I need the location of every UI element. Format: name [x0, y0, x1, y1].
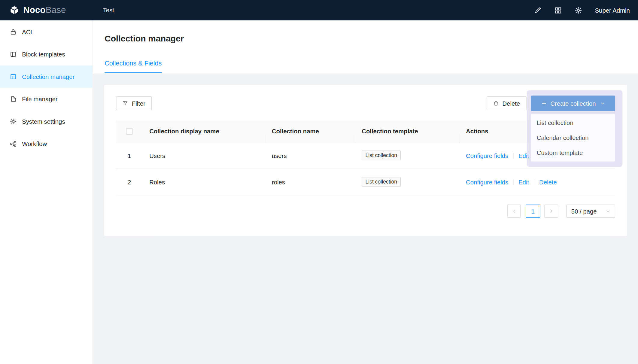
sidebar-item-label: File manager: [22, 96, 58, 102]
collection-name-cell: users: [265, 152, 355, 159]
filter-button-label: Filter: [132, 100, 145, 107]
template-cell: List collection: [355, 150, 460, 160]
topbar: NocoBase Test Super Admin: [0, 0, 638, 20]
page-size-select[interactable]: 50 / page: [567, 205, 615, 217]
filter-icon: [123, 101, 128, 106]
top-menu: Test: [93, 0, 121, 20]
sidebar-item-workflow[interactable]: Workflow: [0, 133, 92, 155]
layout-icon: [10, 51, 17, 58]
lock-icon: [10, 29, 17, 35]
table-row: 2 Roles roles List collection Configure …: [116, 169, 615, 195]
chevron-left-icon: [512, 209, 516, 214]
user-menu[interactable]: Super Admin: [595, 7, 630, 14]
collection-name-cell: roles: [265, 178, 355, 185]
create-collection-menu: List collection Calendar collection Cust…: [531, 114, 615, 161]
filter-button[interactable]: Filter: [116, 96, 152, 110]
chevron-right-icon: [549, 209, 554, 214]
table-icon: [10, 73, 17, 80]
brand[interactable]: NocoBase: [0, 5, 93, 15]
sidebar-item-file-manager[interactable]: File manager: [0, 88, 92, 111]
template-tag: List collection: [362, 177, 401, 187]
col-header-display-name: Collection display name: [143, 128, 265, 135]
topbar-right: Super Admin: [534, 6, 638, 14]
row-index: 2: [116, 178, 143, 185]
template-tag: List collection: [362, 150, 401, 160]
display-name-cell: Users: [143, 152, 265, 159]
brand-base: Base: [46, 5, 66, 15]
workflow-icon: [10, 140, 17, 147]
configure-fields-link[interactable]: Configure fields: [466, 178, 508, 185]
sidebar-item-system-settings[interactable]: System settings: [0, 110, 92, 133]
sidebar-item-label: ACL: [22, 29, 34, 35]
template-cell: List collection: [355, 177, 460, 187]
gear-icon: [10, 118, 17, 125]
chevron-down-icon: [600, 101, 605, 106]
select-all-checkbox[interactable]: [126, 128, 133, 135]
delete-button[interactable]: Delete: [487, 96, 527, 110]
delete-link[interactable]: Delete: [539, 178, 557, 185]
select-all-cell: [116, 128, 143, 135]
menu-item-custom-template[interactable]: Custom template: [531, 145, 615, 160]
create-collection-label: Create collection: [550, 100, 596, 107]
sidebar-item-label: System settings: [22, 118, 65, 125]
pagination-prev-button[interactable]: [507, 205, 521, 217]
row-index: 1: [116, 152, 143, 159]
sidebar-item-label: Block templates: [22, 51, 65, 58]
action-divider: [534, 179, 534, 185]
configure-fields-link[interactable]: Configure fields: [466, 152, 508, 159]
trash-icon: [493, 101, 499, 106]
brand-noco: Noco: [23, 5, 46, 15]
file-icon: [10, 96, 17, 102]
pagination-page-1[interactable]: 1: [526, 205, 540, 217]
topmenu-item-test[interactable]: Test: [96, 0, 121, 20]
tabs-bar: Collections & Fields: [105, 60, 638, 73]
plus-icon: [541, 101, 547, 106]
settings-gear-icon[interactable]: [575, 6, 582, 14]
sidebar-item-collection-manager[interactable]: Collection manager: [0, 65, 92, 88]
col-header-collection-name: Collection name: [265, 128, 355, 135]
menu-item-calendar-collection[interactable]: Calendar collection: [531, 130, 615, 145]
pagination-next-button[interactable]: [544, 205, 558, 217]
nocobase-logo-icon: [9, 5, 20, 15]
collections-card: Filter Delete Collection display name Co…: [104, 85, 627, 236]
sidebar: ACL Block templates Collection manager F…: [0, 20, 93, 364]
action-divider: [513, 179, 513, 185]
create-collection-dropdown: Create collection List collection Calend…: [527, 90, 622, 167]
tab-collections-and-fields[interactable]: Collections & Fields: [105, 60, 162, 73]
edit-link[interactable]: Edit: [518, 178, 529, 185]
page-size-value: 50 / page: [571, 208, 597, 215]
delete-button-label: Delete: [502, 100, 520, 107]
ui-editor-highlighter-icon[interactable]: [534, 6, 542, 14]
col-header-collection-template: Collection template: [355, 128, 460, 135]
sidebar-item-label: Collection manager: [22, 73, 74, 80]
display-name-cell: Roles: [143, 178, 265, 185]
page-header: Collection manager Collections & Fields: [93, 20, 638, 74]
app: NocoBase Test Super Admin ACL Block temp…: [0, 0, 638, 364]
action-divider: [513, 153, 513, 159]
blocks-grid-icon[interactable]: [554, 6, 562, 14]
sidebar-item-acl[interactable]: ACL: [0, 21, 92, 43]
page-title: Collection manager: [105, 32, 638, 45]
main-content: Collection manager Collections & Fields …: [93, 20, 638, 364]
sidebar-item-block-templates[interactable]: Block templates: [0, 43, 92, 66]
sidebar-item-label: Workflow: [22, 140, 47, 147]
chevron-down-icon: [606, 209, 610, 214]
pagination: 1 50 / page: [507, 205, 615, 217]
create-collection-button[interactable]: Create collection: [531, 96, 615, 111]
menu-item-list-collection[interactable]: List collection: [531, 115, 615, 130]
brand-text: NocoBase: [23, 5, 66, 15]
actions-cell: Configure fieldsEditDelete: [459, 178, 615, 185]
